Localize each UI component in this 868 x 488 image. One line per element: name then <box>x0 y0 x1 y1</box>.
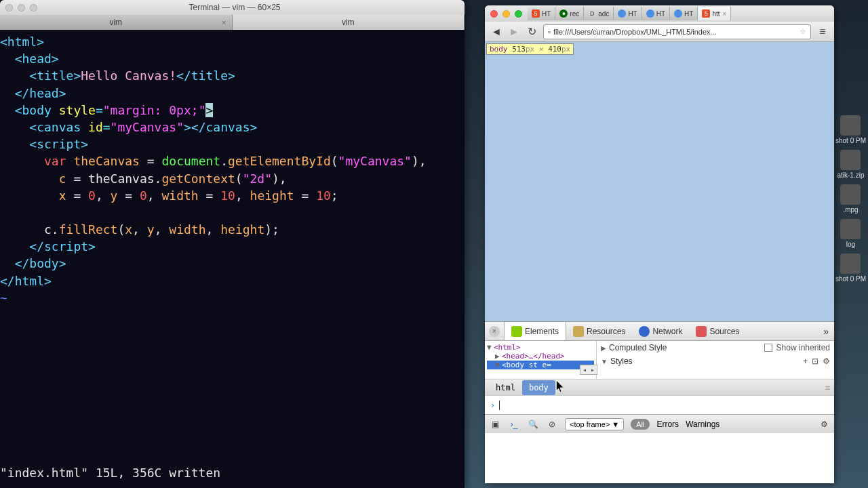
terminal-tab[interactable]: vim× <box>0 15 233 30</box>
devtools-toolbar: × Elements Resources Network Sources » <box>485 322 834 341</box>
close-devtools-button[interactable]: × <box>489 326 500 337</box>
close-button[interactable] <box>5 4 13 12</box>
terminal-title: Terminal — vim — 60×25 <box>37 3 432 12</box>
add-rule-icon[interactable]: + <box>803 357 808 366</box>
desktop-file[interactable]: shot 0 PM <box>835 115 866 144</box>
devtools-tab-sources[interactable]: Sources <box>689 322 746 340</box>
traffic-lights <box>5 4 37 12</box>
network-icon <box>639 326 650 337</box>
vim-status-line: "index.html" 15L, 356C written <box>0 464 220 481</box>
console-input[interactable]: › <box>485 395 834 414</box>
browser-tab[interactable]: HT <box>614 7 642 20</box>
devtools-tab-network[interactable]: Network <box>632 322 689 340</box>
frame-selector[interactable]: <top frame>▼ <box>565 418 624 430</box>
page-viewport[interactable]: body 513px × 410px <box>485 42 834 321</box>
favicon-icon: D <box>588 9 596 18</box>
favicon-icon: ● <box>559 9 568 18</box>
drawer-handle-icon[interactable]: ≡ <box>825 383 830 392</box>
browser-titlebar[interactable]: 5HT ●rec Dadc HT HT HT 5htt× <box>485 5 834 22</box>
devtools-footer: ▣ ›_ 🔍 ⊘ <top frame>▼ All Errors Warning… <box>485 414 834 433</box>
resources-icon <box>573 326 584 337</box>
terminal-tab-bar: vim× vim <box>0 15 465 30</box>
show-inherited-checkbox[interactable] <box>764 344 772 352</box>
devtools-panel: × Elements Resources Network Sources » ▼… <box>485 321 834 483</box>
tree-scroll-controls[interactable]: ◂ ▸ <box>580 365 597 375</box>
sources-icon <box>696 326 707 337</box>
desktop-file[interactable]: .mpg <box>835 184 866 214</box>
maximize-button[interactable] <box>515 10 522 18</box>
settings-gear-icon[interactable]: ⚙ <box>823 357 830 366</box>
mouse-cursor-icon <box>556 380 566 394</box>
desktop-file[interactable]: shot 0 PM <box>835 253 866 283</box>
browser-tab[interactable]: ●rec <box>555 7 584 20</box>
element-dimension-tooltip: body 513px × 410px <box>486 43 574 55</box>
filter-all-button[interactable]: All <box>631 419 650 430</box>
breadcrumb-item[interactable]: html <box>489 380 522 395</box>
bookmark-star-icon[interactable]: ☆ <box>800 27 806 36</box>
reload-button[interactable]: ↻ <box>526 26 538 38</box>
globe-icon <box>646 9 654 18</box>
browser-tab[interactable]: Dadc <box>584 7 614 20</box>
filter-errors-button[interactable]: Errors <box>656 420 679 429</box>
page-icon: ▫ <box>548 28 551 36</box>
console-toggle-button[interactable]: ›_ <box>508 418 520 430</box>
toggle-state-icon[interactable]: ⊡ <box>812 357 818 366</box>
devtools-tab-elements[interactable]: Elements <box>504 322 566 340</box>
terminal-content[interactable]: <html> <head> <title>Hello Canvas!</titl… <box>0 30 465 488</box>
globe-icon <box>674 9 682 18</box>
close-tab-icon[interactable]: × <box>222 18 226 26</box>
browser-tab[interactable]: 5htt× <box>698 7 731 20</box>
inspect-icon[interactable]: 🔍 <box>527 418 539 430</box>
back-button[interactable]: ◄ <box>490 26 502 38</box>
terminal-window: Terminal — vim — 60×25 vim× vim <html> <… <box>0 0 465 488</box>
breadcrumb-item[interactable]: body <box>522 380 555 395</box>
settings-button[interactable]: ≡ <box>816 26 829 38</box>
forward-button[interactable]: ► <box>508 26 520 38</box>
desktop-icons-area: shot 0 PM atik-1.zip .mpg log shot 0 PM <box>835 115 866 288</box>
browser-tab[interactable]: HT <box>670 7 698 20</box>
browser-tab[interactable]: HT <box>642 7 670 20</box>
html5-icon: 5 <box>532 9 540 18</box>
disclosure-arrow-icon[interactable]: ▼ <box>601 358 608 365</box>
dock-button[interactable]: ▣ <box>489 418 501 430</box>
globe-icon <box>618 9 626 18</box>
maximize-button[interactable] <box>30 4 37 12</box>
terminal-titlebar[interactable]: Terminal — vim — 60×25 <box>0 0 465 15</box>
minimize-button[interactable] <box>502 10 510 18</box>
browser-tab[interactable]: 5HT <box>528 7 555 20</box>
desktop-file[interactable]: log <box>835 219 866 248</box>
settings-gear-icon[interactable]: ⚙ <box>818 418 830 430</box>
disclosure-arrow-icon[interactable]: ▶ <box>601 344 606 352</box>
styles-panel[interactable]: ▶Computed Style Show inherited ▼Styles +… <box>597 341 834 379</box>
desktop-file[interactable]: atik-1.zip <box>835 150 866 179</box>
html5-icon: 5 <box>702 9 710 18</box>
browser-window: 5HT ●rec Dadc HT HT HT 5htt× ◄ ► ↻ ▫ fil… <box>485 5 834 483</box>
terminal-tab[interactable]: vim <box>233 15 465 30</box>
minimize-button[interactable] <box>18 4 25 12</box>
devtools-tab-resources[interactable]: Resources <box>566 322 632 340</box>
elements-icon <box>511 326 522 337</box>
devtools-overflow-button[interactable]: » <box>818 326 834 337</box>
close-tab-icon[interactable]: × <box>723 10 727 18</box>
clear-icon[interactable]: ⊘ <box>546 418 558 430</box>
url-input[interactable]: ▫ file:///Users/curran/Dropbox/UML_HTML5… <box>543 24 811 39</box>
browser-tabs: 5HT ●rec Dadc HT HT HT 5htt× <box>528 7 829 20</box>
browser-toolbar: ◄ ► ↻ ▫ file:///Users/curran/Dropbox/UML… <box>485 22 834 42</box>
breadcrumb: ◂ ▸ html body ≡ <box>485 379 834 395</box>
devtools-body: ▼<html> ▶<head>…</head> ▼<body st e= ▶Co… <box>485 341 834 379</box>
close-button[interactable] <box>490 10 498 18</box>
filter-warnings-button[interactable]: Warnings <box>686 420 719 429</box>
